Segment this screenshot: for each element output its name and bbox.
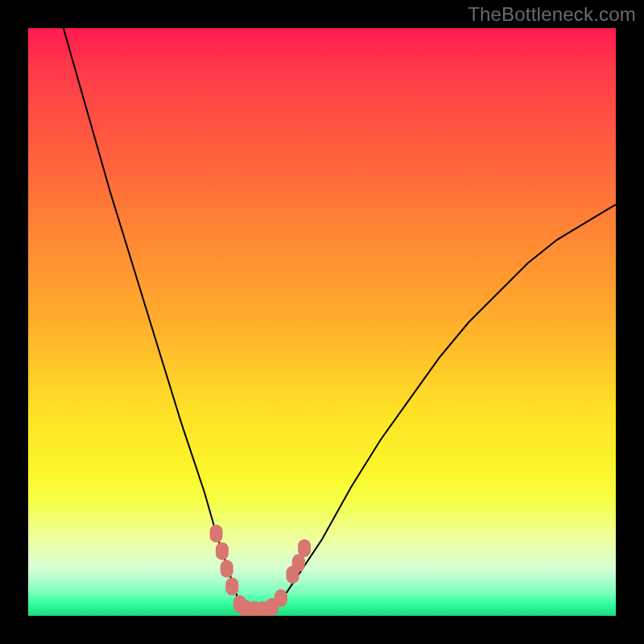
data-marker xyxy=(216,543,229,560)
bottleneck-curve xyxy=(64,28,616,610)
chart-svg xyxy=(28,28,616,616)
data-marker xyxy=(225,578,238,596)
marker-group xyxy=(210,525,312,616)
chart-frame: TheBottleneck.com xyxy=(0,0,644,644)
data-marker xyxy=(221,560,233,578)
data-marker xyxy=(275,589,287,607)
watermark-text: TheBottleneck.com xyxy=(468,3,636,26)
data-marker xyxy=(298,539,311,557)
data-marker xyxy=(210,525,223,543)
